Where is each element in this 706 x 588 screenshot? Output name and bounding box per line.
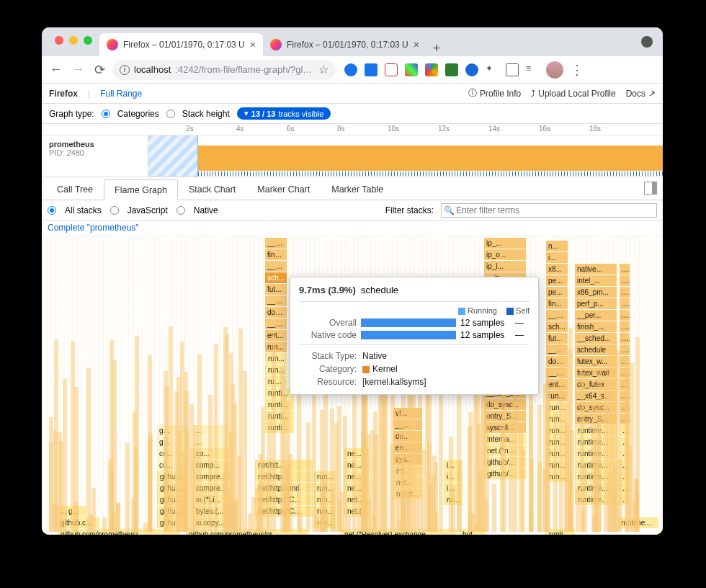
radio-native[interactable] — [176, 206, 185, 215]
tracks-visible-pill[interactable]: ▾ 13 / 13 tracks visible — [237, 107, 331, 120]
flame-sliver[interactable] — [306, 422, 310, 532]
flame-sliver[interactable] — [59, 441, 63, 532]
flame-sliver[interactable] — [248, 514, 252, 532]
flame-sliver[interactable] — [592, 515, 596, 532]
tab-stack-chart[interactable]: Stack Chart — [178, 179, 246, 200]
flame-sliver[interactable] — [474, 523, 478, 532]
flame-sliver[interactable] — [553, 412, 558, 532]
flame-cell[interactable]: ip_l... — [484, 261, 526, 272]
flame-sliver[interactable] — [537, 463, 542, 532]
flame-cell[interactable]: ... — [620, 333, 630, 344]
tab-call-tree[interactable]: Call Tree — [46, 179, 104, 200]
flame-sliver[interactable] — [185, 429, 189, 532]
flame-sliver[interactable] — [457, 460, 462, 532]
flame-cell[interactable]: n... — [546, 241, 568, 251]
radio-all-stacks[interactable] — [48, 206, 56, 215]
flame-sliver[interactable] — [608, 473, 612, 532]
flame-sliver[interactable] — [323, 390, 328, 532]
flame-cell[interactable]: pe... — [546, 287, 568, 298]
flame-sliver[interactable] — [337, 406, 341, 532]
flame-sliver[interactable] — [320, 410, 324, 532]
sidebar-toggle-icon[interactable] — [644, 182, 657, 195]
flame-sliver[interactable] — [373, 411, 377, 532]
flame-cell[interactable]: ip_o... — [484, 249, 526, 260]
flame-sliver[interactable] — [208, 395, 213, 532]
forward-button[interactable]: → — [69, 61, 86, 79]
flame-cell[interactable]: ... — [620, 298, 630, 309]
flame-sliver[interactable] — [581, 510, 585, 532]
window-menu-icon[interactable] — [641, 36, 653, 48]
reload-button[interactable]: ⟳ — [91, 61, 108, 79]
docs-link[interactable]: Docs ↗ — [626, 89, 656, 99]
flame-cell[interactable]: fut... — [546, 333, 568, 344]
flame-sliver[interactable] — [380, 391, 385, 532]
flame-cell[interactable]: ... — [620, 310, 630, 321]
flame-sliver[interactable] — [125, 443, 130, 532]
process-label[interactable]: prometheus PID: 2480 — [42, 135, 148, 177]
flame-sliver[interactable] — [439, 387, 443, 532]
flame-cell[interactable]: __s... — [265, 261, 287, 272]
browser-tab-active[interactable]: Firefox – 01/01/1970, 0:17:03 U × — [99, 33, 263, 56]
site-info-icon[interactable]: i — [120, 65, 130, 75]
extension-icon[interactable] — [344, 63, 357, 76]
upload-profile-button[interactable]: ⤴ Upload Local Profile — [531, 89, 615, 99]
flame-sliver[interactable] — [559, 333, 563, 532]
flame-sliver[interactable] — [432, 455, 437, 532]
flame-cell[interactable]: ... — [620, 344, 630, 355]
bookmark-icon[interactable]: ☆ — [318, 63, 329, 76]
flame-sliver[interactable] — [414, 439, 419, 532]
flame-sliver[interactable] — [618, 459, 622, 532]
flame-cell[interactable]: __x... — [265, 295, 287, 306]
flame-sliver[interactable] — [116, 502, 120, 532]
flame-sliver[interactable] — [519, 425, 523, 532]
flame-sliver[interactable] — [148, 355, 152, 532]
flame-sliver[interactable] — [542, 469, 547, 532]
extension-icon[interactable] — [445, 63, 458, 76]
flame-sliver[interactable] — [238, 329, 243, 532]
flame-sliver[interactable] — [451, 486, 455, 532]
flame-sliver[interactable] — [347, 516, 351, 532]
flame-cell[interactable]: do_... — [546, 356, 568, 367]
tab-marker-chart[interactable]: Marker Chart — [246, 179, 321, 200]
flame-sliver[interactable] — [233, 502, 238, 532]
flame-sliver[interactable] — [202, 487, 207, 532]
back-button[interactable]: ← — [48, 61, 65, 79]
flame-sliver[interactable] — [259, 454, 263, 532]
flame-cell[interactable]: run... — [265, 353, 287, 364]
filter-input[interactable] — [441, 203, 657, 218]
flame-sliver[interactable] — [576, 489, 580, 532]
flame-cell[interactable]: do_... — [265, 307, 287, 318]
extension-icon[interactable] — [365, 63, 377, 76]
flame-sliver[interactable] — [169, 326, 173, 532]
flame-cell[interactable]: pe... — [546, 275, 568, 286]
flame-cell[interactable]: ent... — [265, 330, 287, 341]
flame-sliver[interactable] — [251, 497, 256, 532]
flame-cell[interactable]: perf_p... — [575, 298, 617, 309]
flame-sliver[interactable] — [214, 344, 218, 532]
flame-cell[interactable]: __x... — [265, 318, 287, 329]
flame-cell[interactable]: __per... — [575, 310, 617, 321]
flame-sliver[interactable] — [635, 492, 639, 532]
flame-sliver[interactable] — [143, 522, 148, 532]
process-track[interactable] — [148, 135, 663, 177]
flame-cell[interactable]: sch... — [546, 321, 568, 332]
browser-tab[interactable]: Firefox – 01/01/1970, 0:17:03 U × — [263, 33, 426, 56]
cast-icon[interactable] — [506, 63, 519, 76]
flame-sliver[interactable] — [243, 371, 247, 532]
flame-sliver[interactable] — [502, 378, 506, 532]
flame-cell[interactable]: x86_pm... — [575, 287, 617, 298]
address-bar[interactable]: i localhost:4242/from-file/flame-graph/?… — [112, 60, 336, 80]
flame-sliver[interactable] — [565, 424, 569, 532]
extensions-menu-icon[interactable]: ✦ — [486, 63, 499, 76]
extension-icon[interactable] — [385, 63, 398, 76]
flame-cell[interactable]: ... — [620, 287, 630, 298]
flame-sliver[interactable] — [361, 432, 365, 532]
flame-sliver[interactable] — [174, 391, 179, 532]
flame-sliver[interactable] — [197, 354, 202, 532]
flame-cell[interactable]: run... — [265, 342, 287, 352]
close-tab-icon[interactable]: × — [414, 39, 419, 50]
flame-sliver[interactable] — [164, 371, 168, 532]
profile-avatar[interactable] — [546, 61, 563, 79]
radio-stack-height[interactable] — [166, 110, 175, 118]
flame-sliver[interactable] — [513, 376, 517, 532]
